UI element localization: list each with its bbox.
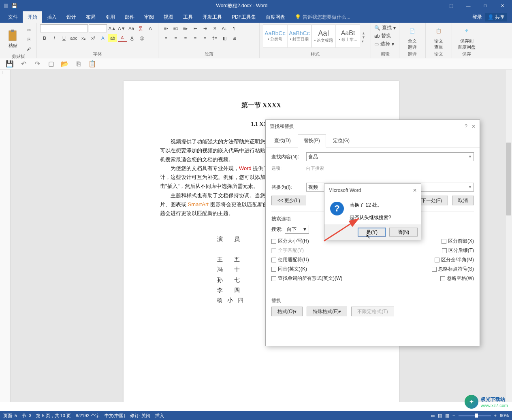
italic-button[interactable]: I xyxy=(50,34,59,42)
check-punctuation[interactable]: 忽略标点符号(S) xyxy=(432,266,474,273)
view-print-layout[interactable]: ▤ xyxy=(438,413,442,418)
view-web-layout[interactable]: ▦ xyxy=(445,413,449,418)
format-painter-button[interactable]: 🖌 xyxy=(24,45,33,53)
dropdown-icon[interactable]: ▼ xyxy=(468,185,472,189)
borders-button[interactable]: ⊞ xyxy=(230,34,239,42)
minimize-button[interactable]: — xyxy=(460,0,476,11)
superscript-button[interactable]: x² xyxy=(89,34,98,42)
qat-paste[interactable]: 📋 xyxy=(88,60,96,68)
font-size-combo[interactable] xyxy=(89,24,107,32)
styles-gallery[interactable]: AaBbCc• 分类号 AaBbCc• 封面日期 AaI• 论文标题 AaBt•… xyxy=(263,24,360,50)
status-track-changes[interactable]: 修订: 关闭 xyxy=(130,413,150,419)
tab-find[interactable]: 查找(D) xyxy=(268,134,297,147)
msgbox-close-button[interactable]: ✕ xyxy=(413,188,417,193)
check-width[interactable]: 区分全/半角(M) xyxy=(435,256,474,263)
tab-developer[interactable]: 开发工具 xyxy=(198,11,227,23)
shading-button[interactable]: ◧ xyxy=(220,34,229,42)
paper-check-button[interactable]: 📋论文 查重 xyxy=(429,24,448,50)
sort-button[interactable]: A↓ xyxy=(220,24,229,32)
styles-more-button[interactable]: ▾ xyxy=(362,39,367,43)
tab-design[interactable]: 设计 xyxy=(62,11,81,23)
style-item-4[interactable]: AaBt• 硕士学... xyxy=(336,24,360,48)
check-whitespace[interactable]: 忽略空格(W) xyxy=(440,275,474,282)
save-baidu-button[interactable]: ⚘保存到 百度网盘 xyxy=(455,24,478,50)
align-right-button[interactable]: ≡ xyxy=(181,34,190,42)
style-item-1[interactable]: AaBbCc• 分类号 xyxy=(263,24,287,48)
highlight-button[interactable]: ab xyxy=(108,34,117,42)
cancel-button[interactable]: 取消 xyxy=(452,196,474,205)
copy-button[interactable]: ⎘ xyxy=(24,35,33,43)
qat-undo[interactable]: ↶ xyxy=(19,60,28,68)
dropdown-icon[interactable]: ▼ xyxy=(468,155,472,159)
status-language[interactable]: 中文(中国) xyxy=(105,413,125,419)
show-marks-button[interactable]: ¶ xyxy=(230,24,239,32)
qat-open[interactable]: 📂 xyxy=(61,60,69,68)
paste-button[interactable]: 粘贴 xyxy=(3,24,23,53)
zoom-in-button[interactable]: + xyxy=(494,413,497,418)
zoom-slider[interactable] xyxy=(459,415,491,416)
replace-button[interactable]: ab替换 xyxy=(374,32,396,39)
bullets-button[interactable]: ≡• xyxy=(162,24,171,32)
tab-layout[interactable]: 布局 xyxy=(81,11,100,23)
scrollbar-thumb[interactable] xyxy=(506,143,511,215)
check-wildcards[interactable]: 使用通配符(U) xyxy=(271,256,373,263)
ribbon-display-options[interactable]: ⬚ xyxy=(443,0,459,11)
text-effects-button[interactable]: A xyxy=(98,34,107,42)
qat-save-icon[interactable]: 💾 xyxy=(11,3,17,9)
font-family-combo[interactable] xyxy=(40,24,88,32)
tell-me-search[interactable]: 💡 告诉我您想要做什么... xyxy=(295,14,350,21)
find-what-input[interactable]: 食品▼ xyxy=(306,152,474,161)
styles-down-button[interactable]: ▼ xyxy=(362,35,367,39)
strikethrough-button[interactable]: abc xyxy=(69,34,78,42)
grow-font-button[interactable]: A▲ xyxy=(108,24,117,32)
numbering-button[interactable]: ≡1 xyxy=(171,24,180,32)
check-prefix[interactable]: 区分前缀(X) xyxy=(442,238,474,245)
qat-copy[interactable]: ⎘ xyxy=(75,60,83,68)
dialog-help-button[interactable]: ? xyxy=(465,124,467,129)
full-translate-button[interactable]: 📄全文 翻译 xyxy=(403,24,422,50)
msgbox-titlebar[interactable]: Microsoft Word ✕ xyxy=(324,184,421,197)
no-button[interactable]: 否(N) xyxy=(389,228,418,237)
style-item-2[interactable]: AaBbCc• 封面日期 xyxy=(287,24,311,48)
bold-button[interactable]: B xyxy=(40,34,49,42)
zoom-slider-thumb[interactable] xyxy=(475,414,478,418)
qat-redo[interactable]: ↷ xyxy=(33,60,41,68)
char-shading-button[interactable]: A̲ xyxy=(128,34,137,42)
shrink-font-button[interactable]: A▼ xyxy=(117,24,126,32)
tab-view[interactable]: 视图 xyxy=(159,11,178,23)
tab-file[interactable]: 文件 xyxy=(3,11,23,23)
align-center-button[interactable]: ≡ xyxy=(171,34,180,42)
font-color-button[interactable]: A xyxy=(118,34,127,42)
dialog-close-button[interactable]: ✕ xyxy=(471,124,476,129)
vertical-scrollbar[interactable] xyxy=(505,70,512,402)
multilevel-button[interactable]: ≡▸ xyxy=(181,24,190,32)
distributed-button[interactable]: ≡ xyxy=(201,34,209,42)
check-sounds-like[interactable]: 同音(英文)(K) xyxy=(271,266,373,273)
align-left-button[interactable]: ≡ xyxy=(162,34,171,42)
char-border-button[interactable]: A xyxy=(146,24,155,32)
vertical-ruler[interactable]: L xyxy=(0,70,11,402)
tab-tools[interactable]: 工具 xyxy=(178,11,198,23)
phonetic-guide-button[interactable]: 妟 xyxy=(137,24,145,32)
decrease-indent-button[interactable]: ⇤ xyxy=(191,24,200,32)
subscript-button[interactable]: x₂ xyxy=(79,34,88,42)
status-page[interactable]: 页面: 5 xyxy=(3,413,17,419)
find-dialog-titlebar[interactable]: 查找和替换 ? ✕ xyxy=(266,120,480,133)
asian-layout-button[interactable]: ✕ xyxy=(210,24,219,32)
tab-mailings[interactable]: 邮件 xyxy=(120,11,139,23)
check-word-forms[interactable]: 查找单词的所有形式(英文)(W) xyxy=(271,275,373,282)
status-page-count[interactable]: 第 5 页，共 10 页 xyxy=(36,413,71,419)
tab-references[interactable]: 引用 xyxy=(100,11,120,23)
close-button[interactable]: ✕ xyxy=(494,0,510,11)
styles-up-button[interactable]: ▲ xyxy=(362,31,367,35)
select-button[interactable]: ▭选择 ▾ xyxy=(374,41,396,47)
justify-button[interactable]: ≡ xyxy=(191,34,200,42)
check-suffix[interactable]: 区分后缀(T) xyxy=(442,247,474,254)
special-button[interactable]: 特殊格式(E) ▾ xyxy=(307,307,347,316)
zoom-level[interactable]: 90% xyxy=(500,413,509,418)
view-read-mode[interactable]: ▭ xyxy=(431,413,435,418)
tab-goto[interactable]: 定位(G) xyxy=(327,134,356,147)
change-case-button[interactable]: Aa xyxy=(127,24,136,32)
tab-replace[interactable]: 替换(P) xyxy=(298,134,326,147)
tab-pdf[interactable]: PDF工具集 xyxy=(227,11,261,23)
